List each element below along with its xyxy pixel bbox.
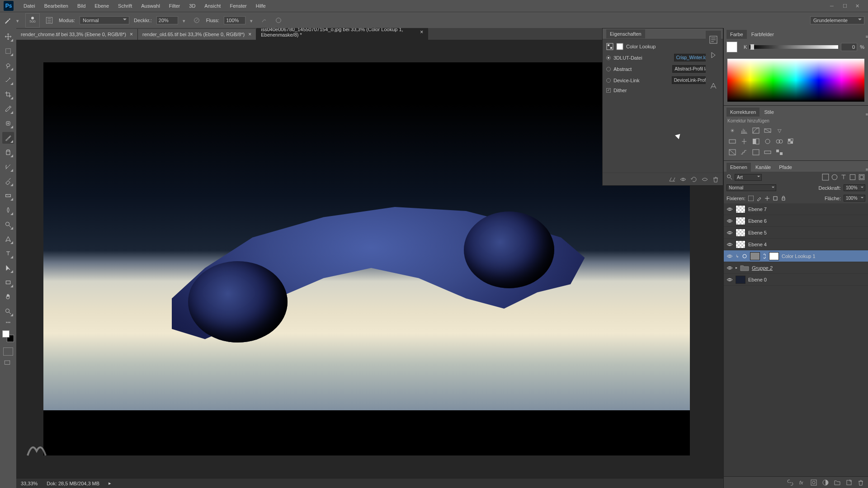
visibility-toggle[interactable] — [726, 277, 733, 283]
window-close-button[interactable]: ✕ — [855, 3, 861, 9]
menu-3d[interactable]: 3D — [184, 1, 200, 11]
previous-icon[interactable] — [701, 176, 708, 183]
filter-kind-dropdown[interactable]: Art — [735, 174, 762, 181]
zoom-tool[interactable] — [2, 305, 14, 317]
hand-tool[interactable] — [2, 291, 14, 303]
brush-tool[interactable] — [2, 132, 14, 144]
new-group-icon[interactable] — [834, 479, 841, 486]
healing-tool[interactable] — [2, 117, 14, 129]
foreground-swatch[interactable] — [726, 42, 737, 52]
dither-checkbox[interactable] — [606, 88, 611, 93]
close-icon[interactable]: × — [420, 29, 423, 35]
layer-row[interactable]: Ebene 6 — [724, 215, 868, 227]
menu-file[interactable]: Datei — [19, 1, 40, 11]
layer-row[interactable]: ▸ Gruppe 2 — [724, 262, 868, 274]
trash-icon[interactable] — [712, 176, 719, 183]
layer-thumbnail[interactable] — [736, 229, 745, 237]
delete-layer-icon[interactable] — [857, 479, 864, 486]
lut-radio[interactable] — [606, 56, 611, 60]
lasso-tool[interactable] — [2, 60, 14, 71]
rectangle-tool[interactable] — [2, 277, 14, 288]
swatches-tab[interactable]: Farbfelder — [748, 30, 778, 39]
lock-transparency-icon[interactable] — [748, 196, 754, 201]
visibility-toggle[interactable] — [726, 253, 733, 259]
brush-preset-picker[interactable]: 500 — [25, 13, 40, 28]
color-swatches[interactable] — [2, 330, 14, 342]
layer-name[interactable]: Ebene 7 — [748, 206, 767, 212]
selective-color-icon[interactable] — [774, 148, 784, 157]
layer-row[interactable]: Ebene 0 — [724, 274, 868, 286]
document-tab[interactable]: iss040e006780_14550707154_o.jpg bei 33,3… — [256, 28, 428, 40]
lock-pixels-icon[interactable] — [756, 196, 762, 201]
layer-name[interactable]: Ebene 4 — [748, 242, 767, 247]
group-disclosure-icon[interactable]: ▸ — [736, 266, 737, 270]
channel-mixer-icon[interactable] — [774, 137, 784, 146]
color-balance-icon[interactable] — [739, 137, 749, 146]
hue-icon[interactable] — [727, 137, 737, 146]
pen-tool[interactable] — [2, 233, 14, 245]
menu-filter[interactable]: Filter — [165, 1, 184, 11]
pressure-opacity-button[interactable] — [192, 15, 202, 25]
paths-tab[interactable]: Pfade — [775, 163, 796, 172]
menu-select[interactable]: Auswahl — [137, 1, 165, 11]
path-select-tool[interactable] — [2, 262, 14, 274]
dodge-tool[interactable] — [2, 219, 14, 230]
close-icon[interactable]: × — [130, 31, 133, 38]
menu-layer[interactable]: Ebene — [90, 1, 113, 11]
lock-position-icon[interactable] — [764, 196, 770, 201]
layer-name[interactable]: Ebene 0 — [748, 277, 767, 282]
menu-view[interactable]: Ansicht — [200, 1, 225, 11]
layers-tab[interactable]: Ebenen — [726, 163, 751, 172]
new-layer-icon[interactable] — [845, 479, 853, 486]
add-adjustment-icon[interactable] — [822, 479, 829, 486]
fx-icon[interactable]: fx — [798, 479, 806, 486]
panel-menu-icon[interactable]: ≡ — [866, 34, 868, 39]
layer-name[interactable]: Ebene 6 — [748, 218, 767, 224]
layer-thumbnail[interactable] — [736, 240, 745, 249]
marquee-tool[interactable] — [2, 45, 14, 57]
menu-edit[interactable]: Bearbeiten — [40, 1, 73, 11]
channels-tab[interactable]: Kanäle — [752, 163, 774, 172]
character-panel-icon[interactable] — [709, 81, 718, 90]
link-layers-icon[interactable] — [787, 479, 794, 486]
curves-icon[interactable] — [751, 126, 761, 135]
opacity-chevron-icon[interactable]: ▾ — [183, 18, 187, 23]
visibility-icon[interactable] — [679, 176, 687, 183]
add-mask-icon[interactable] — [810, 479, 817, 486]
gradient-tool[interactable] — [2, 190, 14, 202]
visibility-toggle[interactable] — [726, 241, 733, 248]
k-slider[interactable] — [750, 45, 838, 49]
fill-input[interactable]: 100% — [844, 195, 865, 202]
layer-thumbnail[interactable] — [736, 205, 745, 213]
zoom-level[interactable]: 33,33% — [21, 481, 38, 486]
posterize-icon[interactable] — [739, 148, 749, 157]
window-minimize-button[interactable]: ─ — [830, 3, 835, 9]
move-tool[interactable] — [2, 31, 14, 42]
lock-artboard-icon[interactable] — [773, 196, 778, 201]
document-tab[interactable]: render_chrome.tif bei 33,3% (Ebene 0, RG… — [16, 29, 138, 40]
actions-panel-icon[interactable] — [709, 51, 718, 60]
clone-tool[interactable] — [2, 146, 14, 158]
blend-mode-dropdown[interactable]: Normal — [80, 16, 129, 24]
magic-wand-tool[interactable] — [2, 74, 14, 86]
devicelink-radio[interactable] — [606, 78, 611, 83]
color-lookup-icon[interactable] — [786, 137, 796, 146]
crop-tool[interactable] — [2, 89, 14, 100]
panel-menu-icon[interactable]: ≡ — [866, 112, 868, 117]
layer-opacity-input[interactable]: 100% — [844, 184, 865, 191]
eraser-tool[interactable] — [2, 175, 14, 187]
adjustments-tab[interactable]: Korrekturen — [726, 108, 760, 117]
filter-text-icon[interactable] — [840, 174, 847, 181]
levels-icon[interactable] — [739, 126, 749, 135]
type-tool[interactable] — [2, 248, 14, 259]
bw-icon[interactable] — [751, 137, 761, 146]
pressure-size-button[interactable] — [274, 15, 283, 25]
flow-input[interactable]: 100% — [224, 16, 245, 24]
eyedropper-tool[interactable] — [2, 103, 14, 115]
properties-tab[interactable]: Eigenschaften — [606, 29, 645, 38]
clip-icon[interactable] — [669, 176, 676, 183]
adjustment-thumbnail[interactable] — [750, 252, 760, 260]
visibility-toggle[interactable] — [726, 206, 733, 212]
visibility-toggle[interactable] — [726, 265, 733, 271]
brightness-icon[interactable]: ☀ — [727, 126, 737, 135]
